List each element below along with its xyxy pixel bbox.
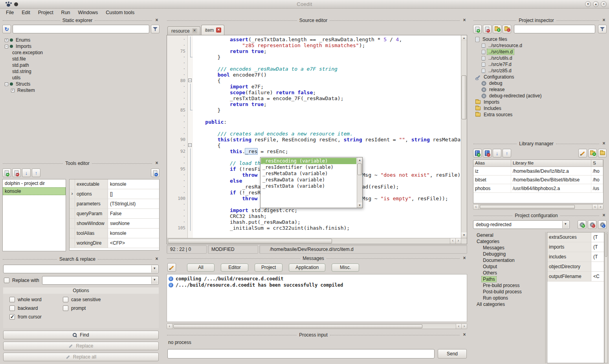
scrollbar-thumb[interactable] — [462, 75, 466, 119]
code-line[interactable]: · _resTxtData = encode_7F(_resRawData); — [167, 95, 461, 101]
fold-margin[interactable] — [188, 54, 193, 60]
scroll-left-icon[interactable] — [450, 238, 455, 244]
refresh-button[interactable] — [2, 25, 11, 33]
scroll-right-icon[interactable] — [455, 238, 461, 244]
menu-run[interactable]: Run — [58, 9, 74, 16]
tool-item[interactable]: dolphin - project dir — [3, 179, 66, 187]
property-value[interactable]: (T — [591, 242, 604, 252]
fold-margin[interactable] — [188, 190, 193, 196]
fold-collapse-icon[interactable]: − — [188, 143, 192, 147]
scrollbar-track[interactable] — [167, 238, 450, 244]
project-node[interactable]: debug-redirected (active) — [473, 93, 607, 99]
config-category[interactable]: Pre-build process — [473, 282, 544, 289]
fold-margin[interactable] — [188, 201, 193, 207]
code-line[interactable]: · return true; — [167, 101, 461, 107]
code-line[interactable]: · } — [167, 54, 461, 60]
scroll-down-icon[interactable] — [357, 203, 362, 208]
shade-button[interactable]: ▾ — [585, 1, 591, 7]
code-line[interactable]: · "z85 representation length mismatches"… — [167, 42, 461, 48]
project-node[interactable]: release — [473, 86, 607, 93]
column-header[interactable]: S — [591, 160, 603, 166]
project-node[interactable]: Extra sources — [473, 112, 607, 118]
scroll-up-icon[interactable] — [461, 35, 467, 41]
scroll-down-icon[interactable] — [461, 232, 467, 238]
fold-margin[interactable] — [188, 48, 193, 54]
property-row[interactable]: showWindowswoNone — [70, 219, 159, 229]
fold-margin[interactable] — [188, 225, 193, 231]
close-panel-icon[interactable] — [602, 141, 606, 146]
property-row[interactable]: queryParamFalse — [70, 209, 159, 219]
option-from-cursor[interactable]: from cursor — [9, 314, 60, 320]
code-line[interactable]: · import e7F; — [167, 84, 461, 90]
close-panel-icon[interactable] — [602, 213, 606, 218]
fold-margin[interactable] — [188, 42, 193, 48]
property-value[interactable]: konsole — [108, 179, 159, 189]
move-library-down-button[interactable] — [493, 149, 501, 157]
config-category[interactable]: Messages — [473, 245, 544, 251]
scrollbar-thumb[interactable] — [173, 324, 422, 328]
close-panel-icon[interactable] — [602, 18, 606, 23]
fold-margin[interactable] — [188, 119, 193, 125]
dropdown-arrow-icon[interactable] — [151, 277, 158, 284]
remove-configuration-button[interactable] — [588, 220, 596, 229]
option-case-sensitive[interactable]: case sensitive — [63, 297, 152, 302]
config-category[interactable]: Categories — [473, 238, 544, 245]
symbol-node[interactable]: std.path — [2, 62, 160, 68]
replace-combobox[interactable] — [42, 276, 159, 285]
property-row[interactable]: imports(T — [547, 242, 604, 252]
filter-button[interactable] — [598, 25, 607, 33]
library-row[interactable]: bitset/home/basile/Dev/Bitset/lib/bitse/… — [473, 176, 603, 184]
scrollbar-thumb[interactable] — [480, 205, 575, 209]
completion-item[interactable]: _resRawData (variable) — [261, 177, 356, 183]
scrollbar-thumb[interactable] — [605, 233, 607, 257]
scroll-left-icon[interactable] — [473, 205, 479, 209]
move-tool-up-button[interactable] — [32, 168, 40, 177]
find-button[interactable]: Find — [3, 331, 159, 339]
project-node[interactable]: Imports — [473, 99, 607, 105]
remove-folder-button[interactable] — [503, 25, 511, 33]
config-category[interactable]: Run options — [473, 295, 544, 301]
scrollbar-track[interactable] — [479, 205, 592, 209]
message-row[interactable]: compiling /.../build/resource.d.coedit — [167, 276, 467, 282]
property-value[interactable] — [591, 262, 604, 271]
expander-icon[interactable]: − — [5, 45, 8, 48]
add-source-button[interactable] — [473, 25, 482, 33]
close-panel-icon[interactable] — [154, 257, 159, 262]
fold-margin[interactable] — [188, 184, 193, 190]
code-line[interactable]: · — [167, 113, 461, 119]
move-library-up-button[interactable] — [503, 149, 511, 157]
code-line[interactable]: · CRC32 ihash; — [167, 213, 461, 219]
clear-messages-button[interactable] — [167, 263, 176, 272]
fold-margin[interactable]: − — [188, 143, 193, 148]
completion-item[interactable]: _resTxtData (variable) — [261, 183, 356, 189]
checkbox[interactable] — [9, 314, 15, 320]
search-combobox[interactable] — [3, 265, 159, 273]
column-header[interactable]: Alias — [473, 160, 511, 166]
symbol-node[interactable]: std.file — [2, 56, 160, 62]
replace-button[interactable]: Replace — [3, 342, 159, 350]
property-row[interactable]: workingDire<CFP> — [70, 238, 159, 248]
fold-margin[interactable] — [188, 113, 193, 119]
config-category[interactable]: Output — [473, 263, 544, 270]
completion-item[interactable]: _resIdentifier (variable) — [261, 164, 356, 170]
property-value[interactable]: [] — [108, 189, 159, 199]
add-library-button[interactable] — [473, 149, 482, 157]
fold-margin[interactable] — [188, 219, 193, 225]
checkbox[interactable] — [63, 305, 68, 311]
inspector-filter-input[interactable] — [514, 25, 595, 33]
option-prompt[interactable]: prompt — [63, 305, 152, 311]
property-value[interactable]: <C — [591, 272, 604, 281]
remove-source-button[interactable] — [483, 25, 492, 33]
fold-collapse-icon[interactable]: − — [188, 79, 192, 82]
code-line[interactable]: · /// encodes _resRawData to a e7F strin… — [167, 66, 461, 72]
code-line[interactable]: · bool encodee7F() — [167, 72, 461, 78]
option-whole-word[interactable]: whole word — [9, 297, 60, 302]
config-category[interactable]: Paths — [473, 276, 544, 282]
symbol-node[interactable]: +ResItem — [2, 87, 160, 93]
filter-misc[interactable]: Misc. — [332, 263, 359, 272]
symbol-node[interactable]: +Enums — [2, 37, 160, 43]
window-titlebar[interactable]: Coedit ▾▴× — [0, 0, 609, 9]
filter-application[interactable]: Application — [289, 263, 325, 272]
dropdown-arrow-icon[interactable] — [151, 265, 158, 273]
property-row[interactable]: objectDirectory — [547, 262, 604, 272]
